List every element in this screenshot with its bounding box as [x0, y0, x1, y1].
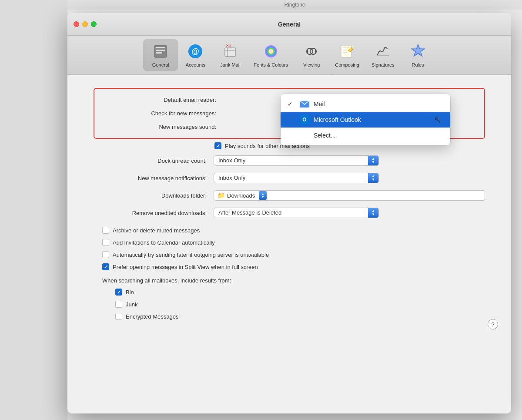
search-encrypted-row: Encrypted Messages [115, 313, 485, 320]
remove-downloads-control: After Message is Deleted ▲ ▼ [214, 208, 485, 218]
remove-downloads-select[interactable]: After Message is Deleted ▲ ▼ [214, 208, 379, 218]
svg-text:@: @ [192, 47, 200, 56]
svg-point-12 [269, 49, 273, 54]
split-view-checkbox[interactable] [102, 263, 109, 270]
svg-rect-3 [156, 52, 162, 54]
toolbar-item-general[interactable]: General [143, 39, 178, 71]
rules-icon [409, 43, 427, 60]
downloads-arrows[interactable]: ▲ ▼ [259, 191, 267, 200]
new-messages-sound-label: New messages sound: [103, 124, 216, 130]
toolbar-item-viewing[interactable]: Viewing [294, 39, 329, 71]
toolbar-label-composing: Composing [335, 62, 359, 67]
dock-unread-row: Dock unread count: Inbox Only ▲ ▼ [94, 155, 485, 166]
toolbar-label-general: General [152, 62, 169, 67]
dock-unread-control: Inbox Only ▲ ▼ [214, 155, 485, 166]
downloads-folder-label: Downloads folder: [94, 192, 207, 199]
downloads-folder-control: 📁 Downloads ▲ ▼ [214, 190, 485, 201]
new-notifications-row: New message notifications: Inbox Only ▲ … [94, 173, 485, 183]
arrow-down: ▼ [371, 161, 375, 164]
minimize-button[interactable] [82, 21, 88, 27]
ringtone-bar: Ringtone [67, 0, 522, 10]
search-section-title: When searching all mailboxes, include re… [102, 277, 231, 284]
dock-unread-select[interactable]: Inbox Only ▲ ▼ [214, 155, 379, 166]
downloads-folder-button[interactable]: 📁 Downloads ▲ ▼ [214, 190, 485, 201]
search-section: When searching all mailboxes, include re… [102, 276, 485, 320]
dl-arrow-up: ▲ [261, 192, 264, 195]
toolbar-label-accounts: Accounts [186, 62, 205, 67]
encrypted-label: Encrypted Messages [126, 313, 178, 320]
svg-rect-15 [307, 50, 308, 53]
remove-downloads-arrows[interactable]: ▲ ▼ [368, 208, 378, 218]
svg-text:✕: ✕ [228, 44, 232, 48]
dock-unread-arrows[interactable]: ▲ ▼ [368, 155, 378, 166]
window-title: General [278, 21, 301, 28]
outlook-app-icon: O [300, 115, 309, 124]
dock-unread-label: Dock unread count: [94, 158, 207, 164]
search-items: Bin Junk Encrypted Messages [102, 289, 485, 320]
toolbar-item-junk-mail[interactable]: ✕ ✕ Junk Mail [213, 39, 248, 71]
toolbar-item-signatures[interactable]: Signatures [365, 39, 401, 71]
dropdown-item-outlook[interactable]: O Microsoft Outlook ↖ [281, 112, 450, 128]
signatures-icon [374, 43, 392, 60]
new-notifications-control: Inbox Only ▲ ▼ [214, 173, 485, 183]
checkbox-row-invitations: Add invitations to Calendar automaticall… [102, 239, 485, 246]
search-junk-row: Junk [115, 301, 485, 308]
play-sounds-checkbox[interactable] [214, 142, 221, 149]
select-icon [300, 131, 309, 140]
dropdown-item-select-label: Select... [314, 132, 336, 139]
folder-icon: 📁 [218, 192, 225, 199]
new-notifications-select[interactable]: Inbox Only ▲ ▼ [214, 173, 379, 183]
new-notifications-label: New message notifications: [94, 175, 207, 181]
toolbar-item-rules[interactable]: Rules [401, 39, 435, 71]
accounts-icon: @ [187, 43, 204, 60]
dropdown-item-mail[interactable]: ✓ Mail [281, 96, 450, 112]
outlook-icon-badge: O [300, 115, 309, 124]
preferences-window: General General @ Accounts [67, 13, 511, 413]
encrypted-checkbox[interactable] [115, 313, 122, 320]
remove-downloads-label: Remove unedited downloads: [94, 210, 207, 216]
checkbox-row-archive: Archive or delete muted messages [102, 227, 485, 234]
junk-checkbox[interactable] [115, 301, 122, 308]
composing-icon [338, 43, 356, 60]
toolbar-item-accounts[interactable]: @ Accounts [178, 39, 213, 71]
toolbar-label-rules: Rules [412, 62, 424, 67]
dl-arrow-down: ▼ [261, 195, 264, 198]
dock-unread-value: Inbox Only [214, 155, 368, 166]
new-notifications-arrows[interactable]: ▲ ▼ [368, 173, 378, 183]
help-button[interactable]: ? [488, 319, 498, 329]
remove-downloads-value: After Message is Deleted [214, 208, 368, 218]
toolbar-item-composing[interactable]: Composing [329, 39, 365, 71]
bin-checkbox[interactable] [115, 289, 122, 296]
default-email-reader-label: Default email reader: [103, 97, 216, 103]
dropdown-item-mail-label: Mail [314, 101, 325, 108]
toolbar-label-signatures: Signatures [371, 62, 395, 67]
viewing-icon [303, 43, 320, 60]
junk-mail-icon: ✕ ✕ [221, 43, 239, 60]
cursor-icon: ↖ [434, 114, 442, 125]
bin-label: Bin [126, 289, 134, 296]
invitations-checkbox[interactable] [102, 239, 109, 246]
traffic-lights [74, 21, 97, 27]
auto-send-checkbox[interactable] [102, 251, 109, 258]
svg-rect-6 [225, 48, 235, 57]
archive-checkbox[interactable] [102, 227, 109, 234]
dropdown-item-select[interactable]: Select... [281, 128, 450, 143]
mail-checkmark: ✓ [288, 101, 295, 108]
checkbox-row-auto-send: Automatically try sending later if outgo… [102, 251, 485, 258]
zoom-button[interactable] [91, 21, 97, 27]
arrow-down: ▼ [371, 213, 375, 216]
dropdown-menu: ✓ Mail O Microsoft Outlook ↖ Select... [281, 94, 450, 145]
mail-app-icon [300, 99, 309, 109]
arrow-down: ▼ [371, 178, 375, 181]
title-bar: General [67, 13, 511, 36]
ringtone-label: Ringtone [284, 2, 305, 8]
auto-send-label: Automatically try sending later if outgo… [113, 252, 269, 258]
bg-sidebar [0, 0, 67, 420]
new-notifications-value: Inbox Only [214, 173, 368, 183]
fonts-colours-icon [262, 43, 280, 60]
toolbar-label-junk-mail: Junk Mail [220, 62, 240, 67]
toolbar-item-fonts-colours[interactable]: Fonts & Colours [248, 39, 294, 71]
checkbox-row-split-view: Prefer opening messages in Split View wh… [102, 263, 485, 270]
junk-label: Junk [126, 301, 137, 308]
close-button[interactable] [74, 21, 79, 27]
